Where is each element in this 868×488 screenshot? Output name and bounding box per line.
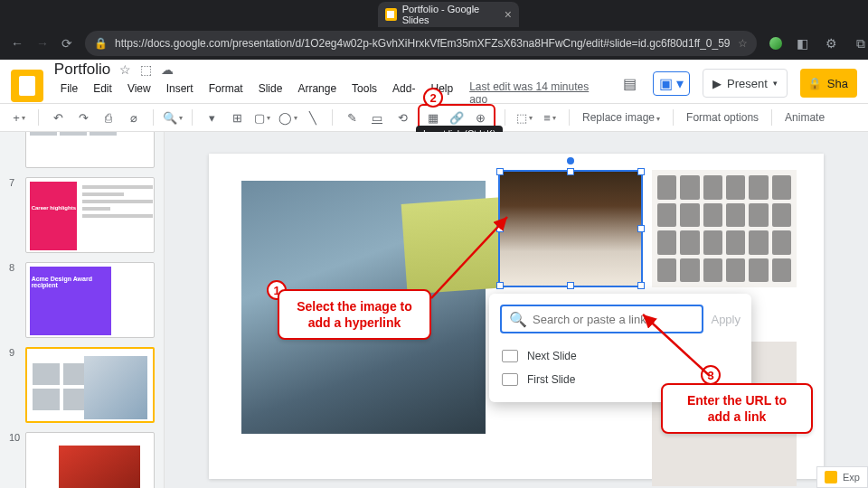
resize-handle[interactable] [496, 168, 504, 175]
tab-close-icon[interactable]: × [505, 7, 512, 22]
thumb-number: 8 [9, 262, 20, 338]
undo-icon[interactable]: ↶ [48, 108, 68, 127]
paint-format-icon[interactable]: ⌀ [124, 108, 144, 127]
nav-bar: ← → ⟳ 🔒 https://docs.google.com/presenta… [0, 27, 868, 60]
tab-strip: Portfolio - Google Slides × [0, 0, 868, 27]
canvas-area: 🔍 Apply Next Slide First Slide [165, 132, 868, 488]
menu-tools[interactable]: Tools [345, 80, 383, 106]
print-icon[interactable]: ⎙ [99, 108, 118, 127]
comment-icon[interactable]: ⊕ [470, 108, 490, 127]
fill-icon[interactable]: ⬚ [514, 108, 534, 127]
menu-slide[interactable]: Slide [252, 80, 289, 106]
comments-icon[interactable]: ▤ [618, 72, 640, 94]
cloud-status-icon[interactable]: ☁ [161, 62, 174, 77]
present-icon: ▶ [712, 77, 722, 90]
slides-favicon-icon [385, 8, 397, 21]
thumb-number: 10 [9, 432, 20, 488]
copy-icon[interactable]: ⧉ [853, 35, 869, 52]
resize-handle[interactable] [567, 168, 574, 175]
browser-tab[interactable]: Portfolio - Google Slides × [378, 2, 519, 27]
border-weight-icon[interactable]: ≡ [540, 108, 560, 127]
annotation-1: Select the image to add a hyperlink [278, 289, 431, 340]
bookmark-star-icon[interactable]: ☆ [738, 37, 748, 50]
url-text: https://docs.google.com/presentation/d/1… [115, 37, 731, 50]
redo-icon[interactable]: ↷ [73, 108, 93, 127]
thumb-number: 9 [9, 347, 20, 423]
reload-icon[interactable]: ⟳ [61, 35, 72, 52]
slide-icon [502, 350, 518, 362]
share-button[interactable]: 🔒Sha [800, 69, 857, 98]
forward-icon[interactable]: → [36, 35, 49, 52]
animate-button[interactable]: Animate [781, 111, 828, 124]
slide-thumbnails: 7 Career highlights 8 Acme Design Award … [0, 132, 165, 488]
slide-thumb-8[interactable]: Acme Design Award recipient [25, 262, 155, 338]
slide-thumb[interactable] [25, 132, 155, 168]
resize-handle[interactable] [637, 225, 645, 232]
toolbar: + ↶ ↷ ⎙ ⌀ 🔍 ▾ ⊞ ▢ ◯ ╲ ✎ ▭ ⟲ ▦ 🔗 ⊕ Insert… [0, 103, 868, 132]
apply-button[interactable]: Apply [711, 313, 741, 326]
document-title[interactable]: Portfolio [54, 61, 110, 79]
slides-logo-icon[interactable] [11, 70, 43, 102]
slide-thumb-10[interactable] [25, 432, 155, 488]
slide-canvas[interactable]: 🔍 Apply Next Slide First Slide [209, 154, 824, 479]
menu-bar: File Edit View Insert Format Slide Arran… [54, 80, 608, 106]
annotation-badge-2: 2 [423, 88, 443, 108]
line-icon[interactable]: ╲ [303, 108, 323, 127]
slide-thumb-9-selected[interactable] [25, 347, 155, 423]
browser-chrome: Portfolio - Google Slides × ← → ⟳ 🔒 http… [0, 0, 868, 60]
menu-addons[interactable]: Add- [386, 80, 421, 106]
mask-icon[interactable]: ▭ [367, 108, 387, 127]
lock-icon: 🔒 [807, 77, 822, 90]
annotation-badge-3: 3 [701, 365, 721, 385]
reset-image-icon[interactable]: ⟲ [392, 108, 412, 127]
rotate-handle-icon[interactable] [567, 157, 574, 164]
menu-arrange[interactable]: Arrange [291, 80, 343, 106]
present-button[interactable]: ▶Present▾ [703, 69, 788, 98]
replace-image-button[interactable]: Replace image [579, 111, 664, 124]
border-color-icon[interactable]: ▦ [423, 108, 443, 127]
link-search-box[interactable]: 🔍 [500, 305, 703, 333]
menu-format[interactable]: Format [203, 80, 250, 106]
slide-image-objects[interactable] [652, 170, 797, 287]
sticky-note-graphic [401, 197, 507, 294]
meet-button[interactable]: ▣▾ [653, 71, 690, 96]
select-cursor-icon[interactable]: ▾ [202, 108, 222, 127]
textbox-icon[interactable]: ⊞ [227, 108, 247, 127]
menu-insert[interactable]: Insert [160, 80, 200, 106]
shape-icon[interactable]: ◯ [278, 108, 297, 127]
main-area: 7 Career highlights 8 Acme Design Award … [0, 132, 868, 488]
last-edit-link[interactable]: Last edit was 14 minutes ago [469, 80, 608, 106]
lock-icon: 🔒 [94, 37, 108, 50]
explore-icon [825, 471, 837, 483]
extension-icon[interactable] [769, 37, 782, 50]
menu-edit[interactable]: Edit [87, 80, 118, 106]
insert-link-icon[interactable]: 🔗 [447, 108, 467, 127]
resize-handle[interactable] [496, 225, 504, 232]
star-icon[interactable]: ☆ [119, 62, 131, 77]
resize-handle[interactable] [637, 282, 645, 289]
back-icon[interactable]: ← [11, 35, 24, 52]
url-bar[interactable]: 🔒 https://docs.google.com/presentation/d… [85, 31, 757, 56]
settings-gear-icon[interactable]: ⚙ [824, 35, 840, 52]
resize-handle[interactable] [637, 168, 645, 175]
format-options-button[interactable]: Format options [683, 111, 762, 124]
crop-icon[interactable]: ✎ [342, 108, 362, 127]
new-slide-button[interactable]: + [9, 108, 29, 127]
zoom-icon[interactable]: 🔍 [163, 108, 183, 127]
link-suggestion[interactable]: Next Slide [500, 344, 741, 368]
selected-image[interactable] [498, 170, 643, 287]
slide-icon [502, 373, 518, 386]
resize-handle[interactable] [567, 282, 574, 289]
link-search-input[interactable] [533, 313, 694, 326]
menu-file[interactable]: File [54, 80, 84, 106]
extension-icon[interactable]: ◧ [795, 35, 811, 52]
link-tools-group: ▦ 🔗 ⊕ Insert link (Ctrl+K) 2 [418, 104, 495, 131]
tab-title: Portfolio - Google Slides [402, 4, 499, 25]
explore-button[interactable]: Exp [816, 466, 868, 488]
move-folder-icon[interactable]: ⬚ [140, 62, 152, 77]
slide-thumb-7[interactable]: Career highlights [25, 177, 155, 253]
menu-view[interactable]: View [121, 80, 157, 106]
annotation-3: Enter the URL to add a link [661, 383, 813, 434]
resize-handle[interactable] [496, 282, 504, 289]
image-icon[interactable]: ▢ [252, 108, 272, 127]
